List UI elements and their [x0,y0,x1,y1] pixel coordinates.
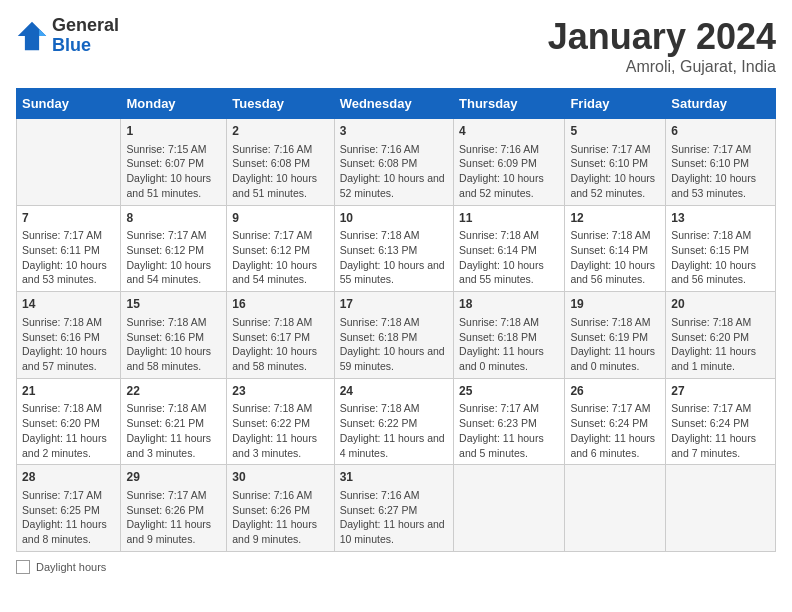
calendar-subtitle: Amroli, Gujarat, India [548,58,776,76]
col-header-monday: Monday [121,89,227,119]
cell-info: Sunrise: 7:16 AMSunset: 6:26 PMDaylight:… [232,488,328,547]
cell-info: Sunrise: 7:16 AMSunset: 6:08 PMDaylight:… [232,142,328,201]
day-number: 22 [126,383,221,400]
cell-info: Sunrise: 7:18 AMSunset: 6:20 PMDaylight:… [22,401,115,460]
day-number: 4 [459,123,559,140]
cell-info: Sunrise: 7:18 AMSunset: 6:14 PMDaylight:… [570,228,660,287]
calendar-cell: 23Sunrise: 7:18 AMSunset: 6:22 PMDayligh… [227,378,334,465]
cell-info: Sunrise: 7:18 AMSunset: 6:16 PMDaylight:… [126,315,221,374]
day-number: 29 [126,469,221,486]
calendar-cell: 12Sunrise: 7:18 AMSunset: 6:14 PMDayligh… [565,205,666,292]
calendar-cell: 29Sunrise: 7:17 AMSunset: 6:26 PMDayligh… [121,465,227,552]
logo-text: General Blue [52,16,119,56]
cell-info: Sunrise: 7:17 AMSunset: 6:24 PMDaylight:… [570,401,660,460]
col-header-friday: Friday [565,89,666,119]
calendar-cell: 26Sunrise: 7:17 AMSunset: 6:24 PMDayligh… [565,378,666,465]
cell-info: Sunrise: 7:17 AMSunset: 6:24 PMDaylight:… [671,401,770,460]
calendar-cell: 9Sunrise: 7:17 AMSunset: 6:12 PMDaylight… [227,205,334,292]
calendar-cell: 24Sunrise: 7:18 AMSunset: 6:22 PMDayligh… [334,378,453,465]
calendar-cell: 5Sunrise: 7:17 AMSunset: 6:10 PMDaylight… [565,119,666,206]
cell-info: Sunrise: 7:18 AMSunset: 6:19 PMDaylight:… [570,315,660,374]
footer-label: Daylight hours [36,561,106,573]
cell-info: Sunrise: 7:18 AMSunset: 6:22 PMDaylight:… [340,401,448,460]
calendar-cell: 11Sunrise: 7:18 AMSunset: 6:14 PMDayligh… [454,205,565,292]
calendar-cell: 18Sunrise: 7:18 AMSunset: 6:18 PMDayligh… [454,292,565,379]
cell-info: Sunrise: 7:18 AMSunset: 6:22 PMDaylight:… [232,401,328,460]
calendar-cell: 30Sunrise: 7:16 AMSunset: 6:26 PMDayligh… [227,465,334,552]
day-number: 30 [232,469,328,486]
day-number: 2 [232,123,328,140]
calendar-cell: 22Sunrise: 7:18 AMSunset: 6:21 PMDayligh… [121,378,227,465]
day-number: 16 [232,296,328,313]
col-header-wednesday: Wednesday [334,89,453,119]
calendar-cell: 27Sunrise: 7:17 AMSunset: 6:24 PMDayligh… [666,378,776,465]
day-number: 18 [459,296,559,313]
calendar-cell: 20Sunrise: 7:18 AMSunset: 6:20 PMDayligh… [666,292,776,379]
day-number: 17 [340,296,448,313]
cell-info: Sunrise: 7:16 AMSunset: 6:08 PMDaylight:… [340,142,448,201]
day-number: 8 [126,210,221,227]
calendar-cell: 8Sunrise: 7:17 AMSunset: 6:12 PMDaylight… [121,205,227,292]
footer: Daylight hours [16,560,776,574]
calendar-cell: 31Sunrise: 7:16 AMSunset: 6:27 PMDayligh… [334,465,453,552]
cell-info: Sunrise: 7:18 AMSunset: 6:21 PMDaylight:… [126,401,221,460]
calendar-cell: 2Sunrise: 7:16 AMSunset: 6:08 PMDaylight… [227,119,334,206]
cell-info: Sunrise: 7:17 AMSunset: 6:25 PMDaylight:… [22,488,115,547]
calendar-cell: 16Sunrise: 7:18 AMSunset: 6:17 PMDayligh… [227,292,334,379]
calendar-cell: 13Sunrise: 7:18 AMSunset: 6:15 PMDayligh… [666,205,776,292]
day-number: 26 [570,383,660,400]
cell-info: Sunrise: 7:17 AMSunset: 6:11 PMDaylight:… [22,228,115,287]
cell-info: Sunrise: 7:17 AMSunset: 6:23 PMDaylight:… [459,401,559,460]
col-header-thursday: Thursday [454,89,565,119]
logo: General Blue [16,16,119,56]
day-number: 13 [671,210,770,227]
logo-general: General [52,16,119,36]
calendar-cell: 6Sunrise: 7:17 AMSunset: 6:10 PMDaylight… [666,119,776,206]
day-number: 5 [570,123,660,140]
cell-info: Sunrise: 7:17 AMSunset: 6:12 PMDaylight:… [232,228,328,287]
day-number: 27 [671,383,770,400]
cell-info: Sunrise: 7:18 AMSunset: 6:15 PMDaylight:… [671,228,770,287]
calendar-cell: 10Sunrise: 7:18 AMSunset: 6:13 PMDayligh… [334,205,453,292]
calendar-cell: 21Sunrise: 7:18 AMSunset: 6:20 PMDayligh… [17,378,121,465]
col-header-saturday: Saturday [666,89,776,119]
svg-marker-1 [39,29,46,36]
day-number: 6 [671,123,770,140]
day-number: 9 [232,210,328,227]
day-number: 3 [340,123,448,140]
cell-info: Sunrise: 7:18 AMSunset: 6:14 PMDaylight:… [459,228,559,287]
calendar-cell: 3Sunrise: 7:16 AMSunset: 6:08 PMDaylight… [334,119,453,206]
day-number: 15 [126,296,221,313]
cell-info: Sunrise: 7:16 AMSunset: 6:27 PMDaylight:… [340,488,448,547]
week-row-1: 7Sunrise: 7:17 AMSunset: 6:11 PMDaylight… [17,205,776,292]
week-row-2: 14Sunrise: 7:18 AMSunset: 6:16 PMDayligh… [17,292,776,379]
cell-info: Sunrise: 7:17 AMSunset: 6:10 PMDaylight:… [570,142,660,201]
title-block: January 2024 Amroli, Gujarat, India [548,16,776,76]
cell-info: Sunrise: 7:18 AMSunset: 6:13 PMDaylight:… [340,228,448,287]
header-row: SundayMondayTuesdayWednesdayThursdayFrid… [17,89,776,119]
calendar-title: January 2024 [548,16,776,58]
day-number: 7 [22,210,115,227]
cell-info: Sunrise: 7:17 AMSunset: 6:12 PMDaylight:… [126,228,221,287]
day-number: 21 [22,383,115,400]
col-header-tuesday: Tuesday [227,89,334,119]
day-number: 12 [570,210,660,227]
cell-info: Sunrise: 7:18 AMSunset: 6:16 PMDaylight:… [22,315,115,374]
calendar-cell: 14Sunrise: 7:18 AMSunset: 6:16 PMDayligh… [17,292,121,379]
week-row-3: 21Sunrise: 7:18 AMSunset: 6:20 PMDayligh… [17,378,776,465]
day-number: 10 [340,210,448,227]
calendar-table: SundayMondayTuesdayWednesdayThursdayFrid… [16,88,776,552]
week-row-4: 28Sunrise: 7:17 AMSunset: 6:25 PMDayligh… [17,465,776,552]
day-number: 24 [340,383,448,400]
day-number: 14 [22,296,115,313]
cell-info: Sunrise: 7:18 AMSunset: 6:17 PMDaylight:… [232,315,328,374]
logo-blue: Blue [52,36,119,56]
cell-info: Sunrise: 7:17 AMSunset: 6:26 PMDaylight:… [126,488,221,547]
calendar-cell: 28Sunrise: 7:17 AMSunset: 6:25 PMDayligh… [17,465,121,552]
cell-info: Sunrise: 7:18 AMSunset: 6:18 PMDaylight:… [340,315,448,374]
day-number: 11 [459,210,559,227]
calendar-cell: 4Sunrise: 7:16 AMSunset: 6:09 PMDaylight… [454,119,565,206]
calendar-cell: 7Sunrise: 7:17 AMSunset: 6:11 PMDaylight… [17,205,121,292]
calendar-cell [454,465,565,552]
day-number: 23 [232,383,328,400]
